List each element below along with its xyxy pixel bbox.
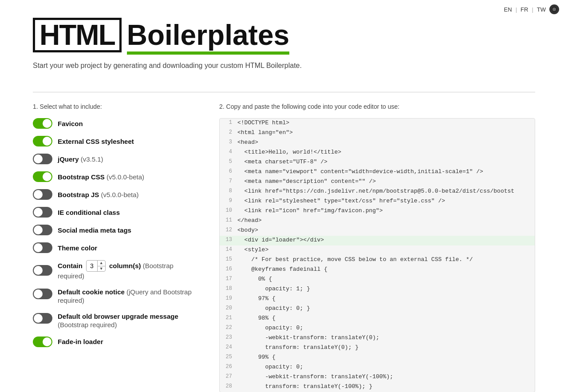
line-number: 20 bbox=[220, 304, 237, 314]
line-content: opacity: 1; } bbox=[237, 285, 535, 294]
toggle-columns[interactable] bbox=[33, 265, 52, 276]
label-bootstrap-js: Bootstrap JS (v5.0.0-beta) bbox=[58, 190, 139, 199]
stepper-down[interactable]: ▼ bbox=[98, 266, 105, 272]
stepper-up[interactable]: ▲ bbox=[98, 261, 105, 266]
label-columns: Contain 3 ▲ ▼ column(s) (Bootstrap requi… bbox=[58, 260, 201, 281]
label-external-css: External CSS stylesheet bbox=[58, 137, 134, 146]
code-line: 26 opacity: 0; bbox=[220, 363, 535, 372]
line-content: opacity: 0; } bbox=[237, 304, 535, 314]
stepper-value: 3 bbox=[87, 261, 98, 271]
line-number: 19 bbox=[220, 294, 237, 304]
sep1: | bbox=[516, 6, 517, 13]
code-line: 17 0% { bbox=[220, 275, 535, 285]
code-block: 1<!DOCTYPE html>2<html lang="en">3<head>… bbox=[219, 118, 535, 392]
line-content: <link rel="stylesheet" type="text/css" h… bbox=[237, 197, 535, 206]
toggle-bootstrap-css[interactable] bbox=[33, 171, 52, 182]
line-number: 21 bbox=[220, 314, 237, 324]
right-section-label: 2. Copy and paste the following code int… bbox=[219, 103, 535, 110]
toggle-favicon[interactable] bbox=[33, 118, 52, 129]
code-line: 15 /* For best practice, move CSS below … bbox=[220, 255, 535, 265]
toggle-knob-theme-color bbox=[34, 243, 43, 252]
toggle-knob-social-meta bbox=[34, 226, 43, 234]
label-favicon: Favicon bbox=[58, 119, 83, 128]
lang-circle-icon bbox=[549, 4, 559, 14]
code-line: 18 opacity: 1; } bbox=[220, 285, 535, 294]
line-number: 24 bbox=[220, 343, 237, 353]
line-number: 2 bbox=[220, 128, 237, 138]
code-line: 24 transform: translateY(0); } bbox=[220, 343, 535, 353]
line-content: opacity: 0; bbox=[237, 363, 535, 372]
toggle-ie-conditional[interactable] bbox=[33, 207, 52, 218]
code-line: 13 <div id="loader"></div> bbox=[220, 236, 535, 245]
code-line: 27 -webkit-transform: translateY(-100%); bbox=[220, 372, 535, 382]
option-bootstrap-js: Bootstrap JS (v5.0.0-beta) bbox=[33, 189, 201, 200]
option-fadein: Fade-in loader bbox=[33, 337, 201, 347]
label-fadein: Fade-in loader bbox=[58, 337, 103, 346]
code-line: 14 <style> bbox=[220, 245, 535, 255]
code-line: 9 <link rel="stylesheet" type="text/css"… bbox=[220, 197, 535, 206]
html-logo: HTML bbox=[33, 18, 122, 52]
line-content: <meta name="viewport" content="width=dev… bbox=[237, 167, 535, 177]
toggle-old-browser[interactable] bbox=[33, 313, 52, 324]
line-number: 10 bbox=[220, 206, 237, 216]
line-number: 16 bbox=[220, 265, 237, 275]
label-bootstrap-css: Bootstrap CSS (v5.0.0-beta) bbox=[58, 173, 144, 182]
left-panel: 1. Select what to include: Favicon Exter… bbox=[33, 101, 201, 392]
toggle-jquery[interactable] bbox=[33, 154, 52, 164]
columns-stepper[interactable]: 3 ▲ ▼ bbox=[86, 260, 106, 272]
line-number: 1 bbox=[220, 119, 237, 128]
line-content: 0% { bbox=[237, 275, 535, 285]
toggle-theme-color[interactable] bbox=[33, 242, 52, 253]
toggle-knob-fadein bbox=[43, 337, 51, 346]
line-number: 11 bbox=[220, 216, 237, 226]
sep2: | bbox=[532, 6, 533, 13]
toggle-bootstrap-js[interactable] bbox=[33, 189, 52, 200]
toggle-cookie[interactable] bbox=[33, 289, 52, 299]
line-content: <meta charset="UTF-8" /> bbox=[237, 158, 535, 167]
lang-tw[interactable]: TW bbox=[537, 6, 546, 13]
line-content: <body> bbox=[237, 226, 535, 236]
right-panel: 2. Copy and paste the following code int… bbox=[219, 101, 535, 392]
line-content: transform: translateY(0); } bbox=[237, 343, 535, 353]
code-line: 10 <link rel="icon" href="img/favicon.pn… bbox=[220, 206, 535, 216]
toggle-knob-bootstrap-css bbox=[43, 172, 51, 181]
code-line: 22 opacity: 0; bbox=[220, 324, 535, 333]
line-number: 26 bbox=[220, 363, 237, 372]
line-number: 15 bbox=[220, 255, 237, 265]
toggle-knob-external-css bbox=[43, 137, 51, 146]
lang-fr[interactable]: FR bbox=[521, 6, 528, 13]
option-jquery: jQuery (v3.5.1) bbox=[33, 154, 201, 164]
line-number: 4 bbox=[220, 148, 237, 158]
code-line: 12<body> bbox=[220, 226, 535, 236]
line-number: 17 bbox=[220, 275, 237, 285]
code-line: 20 opacity: 0; } bbox=[220, 304, 535, 314]
option-bootstrap-css: Bootstrap CSS (v5.0.0-beta) bbox=[33, 171, 201, 182]
code-line: 4 <title>Hello, world!</title> bbox=[220, 148, 535, 158]
page-title: Boilerplates bbox=[127, 20, 289, 55]
label-ie-conditional: IE conditional class bbox=[58, 208, 120, 217]
toggle-external-css[interactable] bbox=[33, 136, 52, 147]
line-content: <link href="https://cdn.jsdelivr.net/npm… bbox=[237, 187, 535, 197]
toggle-fadein[interactable] bbox=[33, 337, 52, 347]
code-line: 21 98% { bbox=[220, 314, 535, 324]
line-content: /* For best practice, move CSS below to … bbox=[237, 255, 535, 265]
line-number: 25 bbox=[220, 353, 237, 363]
option-old-browser: Default old browser upgrade message (Boo… bbox=[33, 312, 201, 329]
toggle-knob-cookie bbox=[34, 289, 43, 298]
label-cookie: Default cookie notice (jQuery and Bootst… bbox=[58, 288, 201, 305]
code-line: 7 <meta name="description" content="" /> bbox=[220, 177, 535, 187]
line-number: 18 bbox=[220, 285, 237, 294]
top-bar: EN | FR | TW bbox=[495, 0, 568, 19]
main-layout: 1. Select what to include: Favicon Exter… bbox=[0, 92, 568, 392]
line-content: <div id="loader"></div> bbox=[237, 236, 535, 245]
code-line: 19 97% { bbox=[220, 294, 535, 304]
option-theme-color: Theme color bbox=[33, 242, 201, 253]
lang-en[interactable]: EN bbox=[504, 6, 512, 13]
line-content: @keyframes fadeinall { bbox=[237, 265, 535, 275]
label-social-meta: Social media meta tags bbox=[58, 226, 131, 235]
line-content: <style> bbox=[237, 245, 535, 255]
toggle-social-meta[interactable] bbox=[33, 225, 52, 235]
line-number: 23 bbox=[220, 333, 237, 343]
line-number: 6 bbox=[220, 167, 237, 177]
code-line: 8 <link href="https://cdn.jsdelivr.net/n… bbox=[220, 187, 535, 197]
